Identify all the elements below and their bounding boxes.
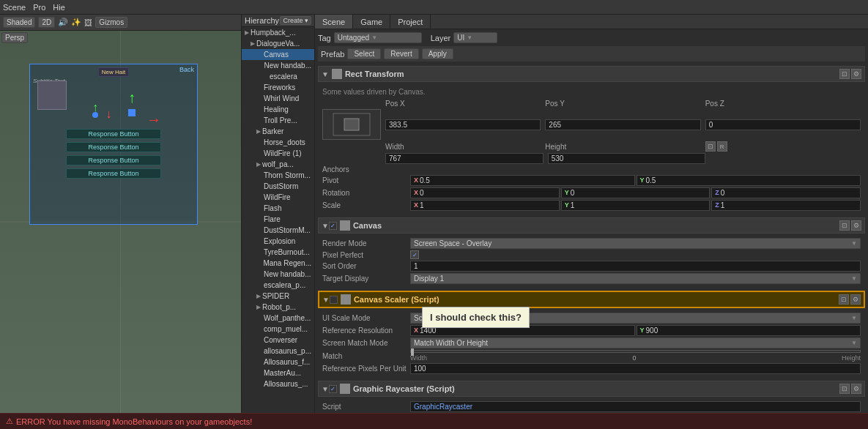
center-move-gizmo[interactable] (128, 109, 136, 116)
canvas-gear-icon[interactable]: ⚙ (851, 220, 861, 231)
rect-transform-header[interactable]: ▼ Rect Transform ⊡ ⚙ (318, 66, 865, 82)
hierarchy-item[interactable]: DustStorm (242, 181, 314, 192)
audio-icon[interactable]: 🔊 (58, 18, 68, 27)
canvas-enable-cb[interactable]: ✓ (329, 222, 337, 230)
match-slider-thumb[interactable] (411, 348, 414, 356)
expand-icon[interactable]: ⊡ (705, 141, 716, 152)
hierarchy-item[interactable]: DustStormM... (242, 225, 314, 236)
scene-image-icon[interactable]: 🖼 (84, 18, 92, 27)
hierarchy-item[interactable]: Wolf_panthe... (242, 313, 314, 324)
gizmos-button[interactable]: Gizmos (95, 17, 127, 28)
gr-enable-cb[interactable]: ✓ (329, 385, 337, 393)
inspector-tab[interactable]: Scene (315, 15, 353, 29)
scale-z-field[interactable]: Z 1 (711, 200, 861, 211)
hierarchy-item[interactable]: Thorn Storm... (242, 170, 314, 181)
canvas-scaler-cb[interactable] (330, 296, 338, 304)
hierarchy-item[interactable]: Allosaurus_... (242, 378, 314, 389)
pivot-y-field[interactable]: Y 0.5 (637, 175, 861, 186)
hierarchy-item[interactable]: ▶Humpback_... (242, 27, 314, 38)
graphic-raycaster-header[interactable]: ▼ ✓ Graphic Raycaster (Script) ⊡ ⚙ (318, 381, 865, 397)
layer-dropdown[interactable]: UI ▼ (453, 32, 497, 43)
hierarchy-item[interactable]: Fireworks (242, 82, 314, 93)
select-btn[interactable]: Select (347, 48, 381, 59)
canvas-scaler-lock-icon[interactable]: ⊡ (839, 294, 849, 305)
rect-gear-icon[interactable]: ⚙ (851, 69, 861, 79)
rot-x-field[interactable]: X 0 (410, 187, 560, 198)
create-btn[interactable]: Create ▾ (280, 16, 311, 25)
canvas-scaler-header[interactable]: ▼ Canvas Scaler (Script) ⊡ ⚙ I should ch… (318, 291, 865, 308)
hierarchy-item[interactable]: Flash (242, 203, 314, 214)
hierarchy-item[interactable]: Horse_doots (242, 137, 314, 148)
2d-button[interactable]: 2D (38, 17, 55, 28)
hierarchy-item[interactable]: ▶Barker (242, 126, 314, 137)
scene-menu-item[interactable]: Scene (3, 3, 26, 12)
response-btn-2[interactable]: Response Button (66, 142, 161, 152)
pos-z-field[interactable]: 0 (705, 119, 861, 130)
hierarchy-item[interactable]: Mana Regen... (242, 258, 314, 269)
shaded-dropdown[interactable]: Shaded (3, 17, 35, 28)
screen-match-dropdown[interactable]: Match Width Or Height ▼ (410, 337, 861, 348)
gr-lock-icon[interactable]: ⊡ (839, 384, 850, 394)
fx-icon[interactable]: ✨ (71, 18, 81, 27)
pixel-perfect-checkbox[interactable]: ✓ (410, 250, 419, 259)
hierarchy-item[interactable]: New handab... (242, 269, 314, 280)
hierarchy-item[interactable]: escalera_p... (242, 280, 314, 291)
project-tab[interactable]: Project (390, 15, 431, 29)
response-btn-4[interactable]: Response Button (66, 168, 161, 179)
hierarchy-item[interactable]: escalera (242, 71, 314, 82)
hierarchy-item[interactable]: Converser (242, 335, 314, 346)
pos-x-field[interactable]: 383.5 (385, 119, 541, 130)
width-field[interactable]: 767 (385, 153, 544, 164)
hierarchy-item[interactable]: New handab... (242, 60, 314, 71)
y-move-arrow[interactable]: ↑ (128, 89, 136, 106)
hierarchy-item[interactable]: ▶Robot_p... (242, 302, 314, 313)
game-tab[interactable]: Game (353, 15, 390, 29)
canvas-scaler-gear-icon[interactable]: ⚙ (850, 294, 861, 305)
hierarchy-item[interactable]: TyreBurnout... (242, 247, 314, 258)
hierarchy-item[interactable]: Canvas (242, 49, 314, 60)
r-icon[interactable]: R (717, 141, 727, 152)
hierarchy-item[interactable]: Whirl Wind (242, 93, 314, 104)
hierarchy-item[interactable]: ▶DialogueVa... (242, 38, 314, 49)
response-btn-1[interactable]: Response Button (66, 129, 161, 139)
apply-btn[interactable]: Apply (422, 48, 453, 59)
response-btn-3[interactable]: Response Button (66, 155, 161, 165)
hierarchy-item[interactable]: WildFire (1) (242, 148, 314, 159)
ref-pixels-field[interactable]: 100 (410, 363, 861, 374)
hierarchy-item[interactable]: Explosion (242, 236, 314, 247)
scale-x-field[interactable]: X 1 (410, 200, 560, 211)
scale-y-field[interactable]: Y 1 (561, 200, 711, 211)
x-move-arrow[interactable]: → (146, 111, 161, 128)
ref-y-field[interactable]: Y 900 (637, 325, 861, 336)
hierarchy-item[interactable]: Allosaurus_f... (242, 357, 314, 368)
hierarchy-item[interactable]: Healing (242, 104, 314, 115)
ref-x-field[interactable]: X 1400 (410, 325, 635, 336)
rect-lock-icon[interactable]: ⊡ (839, 69, 850, 79)
gr-gear-icon[interactable]: ⚙ (851, 384, 861, 394)
pro-menu-item[interactable]: Pro (33, 3, 45, 12)
revert-btn[interactable]: Revert (384, 48, 418, 59)
canvas-header[interactable]: ▼ ✓ Canvas ⊡ ⚙ (318, 217, 865, 234)
hierarchy-item[interactable]: MasterAu... (242, 368, 314, 378)
pos-y-field[interactable]: 265 (545, 119, 700, 130)
tag-dropdown[interactable]: Untagged ▼ (334, 32, 422, 43)
ui-scale-mode-dropdown[interactable]: Scale With Screen Size ▼ (410, 313, 861, 324)
hierarchy-item[interactable]: allosaurus_p... (242, 346, 314, 357)
back-label[interactable]: Back (179, 66, 194, 73)
hierarchy-item[interactable]: ▶wolf_pa... (242, 159, 314, 170)
height-field[interactable]: 530 (548, 153, 706, 164)
sort-order-field[interactable]: 1 (410, 261, 861, 272)
hierarchy-item[interactable]: Flare (242, 214, 314, 225)
pivot-x-field[interactable]: X 0.5 (410, 175, 635, 186)
hierarchy-item[interactable]: ▶SPIDER (242, 291, 314, 302)
match-slider[interactable] (410, 350, 861, 353)
rot-y-field[interactable]: Y 0 (561, 187, 711, 198)
rot-z-field[interactable]: Z 0 (711, 187, 861, 198)
script-field[interactable]: GraphicRaycaster (410, 401, 861, 412)
scene-persp-btn[interactable]: Persp (1, 32, 28, 43)
render-mode-dropdown[interactable]: Screen Space - Overlay ▼ (410, 238, 861, 249)
hierarchy-item[interactable]: comp_muel... (242, 324, 314, 335)
hierarchy-item[interactable]: WildFire (242, 192, 314, 203)
target-display-dropdown[interactable]: Display 1 ▼ (410, 273, 861, 284)
hierarchy-item[interactable]: Troll Pre... (242, 115, 314, 126)
